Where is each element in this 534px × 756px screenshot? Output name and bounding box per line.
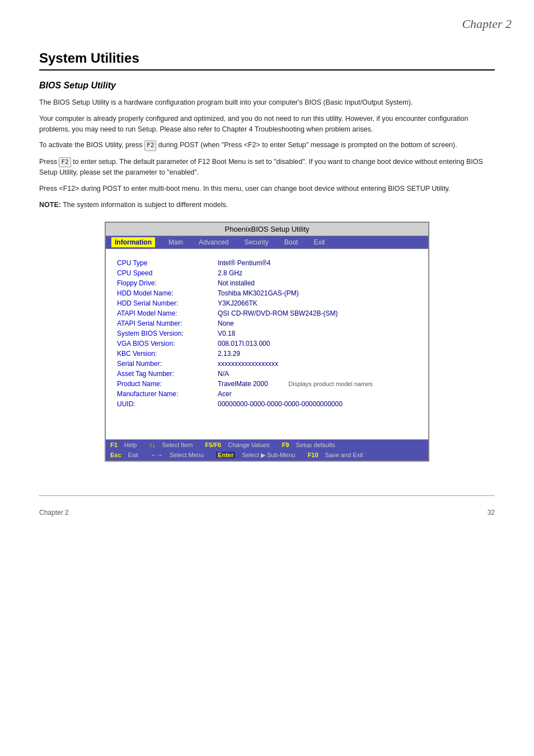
bios-row-vga-bios: VGA BIOS Version: 008.017I.013.000 <box>117 340 417 348</box>
bios-title-bar: PhoenixBIOS Setup Utility <box>106 223 428 236</box>
bios-value-product: TravelMate 2000 Displays product model n… <box>218 380 417 388</box>
footer-key-esc: Esc <box>110 452 121 458</box>
bios-footer-row-2: Esc Exit ←→ Select Menu Enter Select ▶ S… <box>106 450 428 461</box>
note-text: NOTE: The system information is subject … <box>39 200 495 210</box>
bios-row-serial: Serial Number: xxxxxxxxxxxxxxxxxx <box>117 360 417 368</box>
bios-row-uuid: UUID: 00000000-0000-0000-0000-0000000000… <box>117 400 417 408</box>
footer-desc-help: Help <box>124 442 137 448</box>
bios-row-hdd-serial: HDD Serial Number: Y3KJ2066TK <box>117 299 417 307</box>
footer-key-leftright: ←→ <box>151 452 163 458</box>
bios-row-atapi-model: ATAPI Model Name: QSI CD-RW/DVD-ROM SBW2… <box>117 309 417 317</box>
bios-value-hdd-model: Toshiba MK3021GAS-(PM) <box>218 289 417 297</box>
f2-key-badge2: F2 <box>59 157 71 168</box>
bios-row-product: Product Name: TravelMate 2000 Displays p… <box>117 380 417 388</box>
footer-key-f5f6: F5/F6 <box>205 442 222 448</box>
bios-value-asset-tag: N/A <box>218 370 417 378</box>
bios-value-cpu-type: Intel® Pentium®4 <box>218 259 417 267</box>
bios-value-atapi-serial: None <box>218 320 417 327</box>
bios-value-cpu-speed: 2.8 GHz <box>218 269 417 277</box>
bios-value-vga-bios: 008.017I.013.000 <box>218 340 417 348</box>
para-1: The BIOS Setup Utility is a hardware con… <box>39 97 495 108</box>
footer-key-updown: ↑↓ <box>149 442 155 448</box>
footer-desc-exit: Exit <box>128 452 138 458</box>
para-4: Press F2 to enter setup. The default par… <box>39 157 495 178</box>
bios-nav-information[interactable]: Information <box>111 237 155 247</box>
bios-emulator: PhoenixBIOS Setup Utility Information Ma… <box>105 222 429 462</box>
bios-value-manufacturer: Acer <box>218 390 417 398</box>
bios-value-floppy: Not installed <box>218 279 417 287</box>
footer-desc-setup-defaults: Setup defaults <box>296 442 335 448</box>
footer-key-f10: F10 <box>308 452 318 458</box>
bios-footer-row-1: F1 Help ↑↓ Select Item F5/F6 Change Valu… <box>106 440 428 450</box>
bios-label-vga-bios: VGA BIOS Version: <box>117 340 218 348</box>
bios-label-uuid: UUID: <box>117 400 218 408</box>
footer-key-f9: F9 <box>282 442 289 448</box>
bios-nav-advanced[interactable]: Advanced <box>196 237 231 247</box>
section-title: System Utilities <box>39 50 495 66</box>
bios-label-cpu-type: CPU Type <box>117 259 218 267</box>
subsection-title: BIOS Setup Utility <box>39 81 495 91</box>
footer-desc-select-item: Select Item <box>162 442 193 448</box>
bios-value-kbc: 2.13.29 <box>218 350 417 358</box>
bios-row-kbc: KBC Version: 2.13.29 <box>117 350 417 358</box>
bios-row-floppy: Floppy Drive: Not installed <box>117 279 417 287</box>
f2-key-badge: F2 <box>144 140 156 151</box>
bios-label-hdd-serial: HDD Serial Number: <box>117 299 218 307</box>
bios-label-product: Product Name: <box>117 380 218 388</box>
bios-tooltip-product: Displays product model names <box>288 381 372 387</box>
bios-label-kbc: KBC Version: <box>117 350 218 358</box>
bios-nav-security[interactable]: Security <box>242 237 270 247</box>
bios-label-hdd-model: HDD Model Name: <box>117 289 218 297</box>
bios-value-uuid: 00000000-0000-0000-0000-00000000000 <box>218 400 417 408</box>
bios-row-manufacturer: Manufacturer Name: Acer <box>117 390 417 398</box>
bios-value-atapi-model: QSI CD-RW/DVD-ROM SBW242B-(SM) <box>218 309 417 317</box>
bios-row-asset-tag: Asset Tag Number: N/A <box>117 370 417 378</box>
bios-nav: Information Main Advanced Security Boot … <box>106 236 428 249</box>
bios-label-sys-bios: System BIOS Version: <box>117 330 218 337</box>
bios-label-atapi-serial: ATAPI Serial Number: <box>117 320 218 327</box>
bios-label-atapi-model: ATAPI Model Name: <box>117 309 218 317</box>
bios-label-asset-tag: Asset Tag Number: <box>117 370 218 378</box>
bios-nav-boot[interactable]: Boot <box>282 237 301 247</box>
footer-desc-change-values: Change Values <box>228 442 269 448</box>
footer-chapter: Chapter 2 <box>39 509 69 516</box>
bios-label-serial: Serial Number: <box>117 360 218 368</box>
bios-label-floppy: Floppy Drive: <box>117 279 218 287</box>
bios-footer: F1 Help ↑↓ Select Item F5/F6 Change Valu… <box>106 439 428 461</box>
bios-value-hdd-serial: Y3KJ2066TK <box>218 299 417 307</box>
footer-desc-enter: Select ▶ Sub-Menu <box>242 452 295 459</box>
footer-key-enter: Enter <box>216 452 235 458</box>
footer-desc-select-menu: Select Menu <box>170 452 204 458</box>
footer-desc-save-exit: Save and Exit <box>325 452 363 458</box>
para-3: To activate the BIOS Utility, press F2 d… <box>39 140 495 151</box>
section-divider <box>39 69 495 71</box>
footer-key-f1: F1 <box>110 442 118 448</box>
bios-row-cpu-type: CPU Type Intel® Pentium®4 <box>117 259 417 267</box>
para-5: Press <F12> during POST to enter multi-b… <box>39 184 495 194</box>
page-footer-divider <box>39 495 495 496</box>
page-footer: Chapter 2 32 <box>39 509 495 516</box>
bios-row-cpu-speed: CPU Speed 2.8 GHz <box>117 269 417 277</box>
bios-row-sys-bios: System BIOS Version: V0.18 <box>117 330 417 337</box>
bios-row-atapi-serial: ATAPI Serial Number: None <box>117 320 417 327</box>
bios-row-hdd-model: HDD Model Name: Toshiba MK3021GAS-(PM) <box>117 289 417 297</box>
bios-label-manufacturer: Manufacturer Name: <box>117 390 218 398</box>
bios-value-serial: xxxxxxxxxxxxxxxxxx <box>218 360 417 368</box>
note-label: NOTE: <box>39 201 61 209</box>
chapter-label: Chapter 2 <box>462 17 512 31</box>
para-2: Your computer is already properly config… <box>39 114 495 135</box>
bios-label-cpu-speed: CPU Speed <box>117 269 218 277</box>
bios-nav-main[interactable]: Main <box>166 237 185 247</box>
bios-nav-exit[interactable]: Exit <box>311 237 327 247</box>
bios-content: CPU Type Intel® Pentium®4 CPU Speed 2.8 … <box>106 249 428 439</box>
footer-page-number: 32 <box>488 509 495 516</box>
bios-value-sys-bios: V0.18 <box>218 330 417 337</box>
